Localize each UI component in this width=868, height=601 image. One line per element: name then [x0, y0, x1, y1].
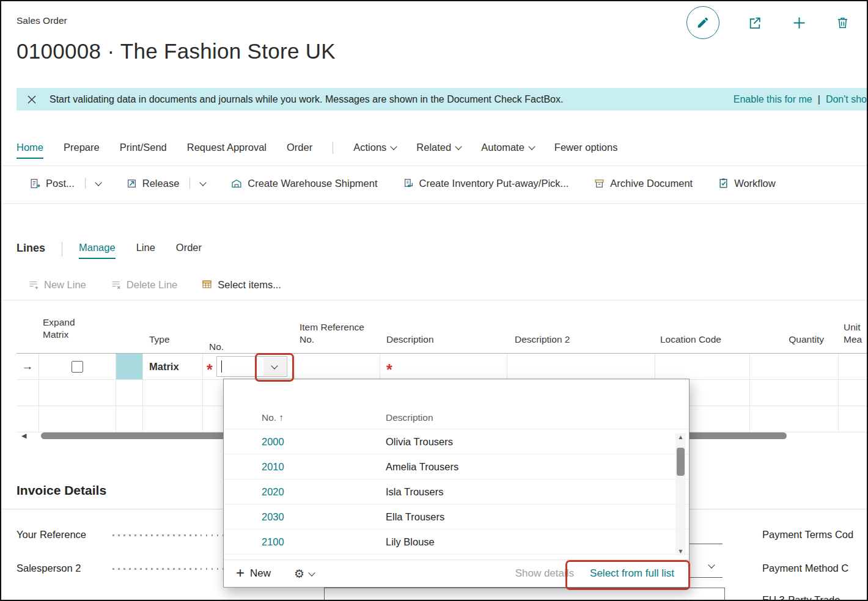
- menu-actions[interactable]: Actions: [353, 137, 396, 159]
- vertical-scrollbar-thumb[interactable]: [677, 448, 685, 476]
- page-title: 0100008 · The Fashion Store UK: [17, 39, 336, 64]
- header-type[interactable]: Type: [143, 311, 203, 353]
- divider: [1, 166, 867, 166]
- type-cell[interactable]: Matrix: [143, 354, 203, 379]
- trash-icon: [836, 15, 850, 31]
- lookup-row[interactable]: 2030Ella Trousers: [224, 504, 689, 530]
- lookup-row[interactable]: 2100Lily Blouse: [224, 530, 689, 555]
- workflow-button[interactable]: Workflow: [718, 178, 776, 189]
- header-item-reference-no[interactable]: Item Reference No.: [295, 311, 380, 353]
- lines-title: Lines: [17, 242, 45, 259]
- tab-prepare[interactable]: Prepare: [64, 137, 100, 159]
- chevron-down-icon: [455, 143, 462, 150]
- header-quantity[interactable]: Quantity: [750, 311, 839, 353]
- tab-line[interactable]: Line: [136, 242, 155, 259]
- item-no: 2020: [224, 486, 386, 498]
- lines-section-header: Lines Manage Line Order: [17, 238, 223, 259]
- lookup-row[interactable]: 2010Amelia Trousers: [224, 454, 689, 479]
- scroll-down-icon[interactable]: ▼: [675, 548, 686, 555]
- scroll-up-icon[interactable]: ▲: [675, 434, 686, 440]
- menu-divider: [333, 142, 333, 154]
- table-row: → Matrix * *: [17, 354, 868, 380]
- delete-line-button[interactable]: Delete Line: [111, 279, 177, 291]
- edit-button[interactable]: [686, 6, 719, 39]
- description-2-cell[interactable]: [507, 354, 655, 379]
- gear-icon: ⚙: [294, 567, 304, 581]
- menu-fewer-options[interactable]: Fewer options: [554, 137, 618, 159]
- select-from-full-list-link[interactable]: Select from full list: [590, 567, 674, 580]
- archive-document-button[interactable]: Archive Document: [594, 178, 693, 189]
- header-unit-of-measure[interactable]: Unit Mea: [839, 311, 868, 353]
- header-description-2[interactable]: Description 2: [507, 311, 655, 353]
- item-no: 2010: [224, 461, 386, 473]
- dismiss-link[interactable]: Don't sho: [826, 94, 867, 105]
- enable-this-link[interactable]: Enable this for me: [734, 94, 812, 105]
- header-expand-matrix[interactable]: Expand Matrix: [39, 311, 116, 353]
- item-description: Lily Blouse: [386, 536, 435, 548]
- show-details-link[interactable]: Show details: [515, 567, 574, 580]
- salesperson-2-label: Salesperson 2: [17, 563, 81, 574]
- close-icon[interactable]: [28, 95, 36, 104]
- tab-order[interactable]: Order: [287, 137, 312, 159]
- header-location-code[interactable]: Location Code: [655, 311, 750, 353]
- share-button[interactable]: [748, 15, 763, 31]
- matrix-indicator-cell: [116, 354, 143, 379]
- menu-automate[interactable]: Automate: [481, 137, 534, 159]
- item-description: Isla Trousers: [386, 486, 443, 498]
- archive-icon: [594, 178, 605, 189]
- tab-request-approval[interactable]: Request Approval: [187, 137, 267, 159]
- expand-matrix-checkbox[interactable]: [72, 361, 83, 373]
- quantity-cell[interactable]: [750, 354, 839, 379]
- lookup-row[interactable]: 2020Isla Trousers: [224, 479, 689, 504]
- item-no: 2000: [224, 436, 386, 448]
- create-warehouse-shipment-label: Create Warehouse Shipment: [248, 178, 377, 189]
- new-document-button[interactable]: [791, 15, 807, 31]
- post-button[interactable]: Post...: [30, 178, 101, 189]
- create-inventory-putaway-button[interactable]: Create Inventory Put-away/Pick...: [403, 178, 569, 189]
- header-expand-line1: Expand: [43, 316, 75, 329]
- menu-automate-label: Automate: [481, 142, 524, 153]
- item-no: 2100: [224, 536, 386, 548]
- description-cell[interactable]: *: [380, 354, 507, 379]
- select-items-label: Select items...: [218, 279, 281, 291]
- no-field-dropdown-button[interactable]: [263, 357, 286, 376]
- partially-visible-field[interactable]: [324, 588, 725, 601]
- scroll-left-icon[interactable]: ◀: [21, 432, 26, 440]
- unit-of-measure-cell[interactable]: [839, 354, 868, 379]
- release-button[interactable]: Release: [127, 178, 206, 189]
- lookup-vertical-scrollbar[interactable]: ▲ ▼: [675, 433, 686, 555]
- your-reference-label: Your Reference: [17, 529, 86, 541]
- new-line-button[interactable]: New Line: [28, 279, 86, 291]
- lookup-row[interactable]: 2000Olivia Trousers: [224, 429, 689, 454]
- divider: [1, 203, 867, 204]
- lookup-header-no[interactable]: No. ↑: [224, 412, 386, 423]
- tab-home[interactable]: Home: [17, 137, 43, 159]
- tab-manage[interactable]: Manage: [79, 242, 116, 259]
- header-expand-line2: Matrix: [43, 329, 68, 341]
- share-icon: [748, 15, 763, 31]
- item-reference-cell[interactable]: [295, 354, 380, 379]
- action-bar: Post... Release Create Warehouse Shipmen…: [30, 167, 776, 199]
- inventory-putaway-icon: [403, 178, 414, 189]
- header-quantity-label: Quantity: [789, 333, 824, 346]
- new-line-label: New Line: [44, 279, 86, 291]
- chevron-down-icon: [391, 143, 397, 150]
- header-description[interactable]: Description: [380, 311, 507, 353]
- delete-button[interactable]: [836, 15, 850, 31]
- ribbon-menu: Home Prepare Print/Send Request Approval…: [17, 137, 617, 159]
- lines-toolbar: New Line Delete Line Select items...: [28, 274, 281, 295]
- lookup-header-description[interactable]: Description: [386, 412, 689, 423]
- tab-order-lines[interactable]: Order: [176, 242, 202, 259]
- select-items-button[interactable]: Select items...: [202, 279, 281, 291]
- tab-print-send[interactable]: Print/Send: [120, 137, 167, 159]
- location-code-cell[interactable]: [655, 354, 750, 379]
- no-field-input[interactable]: [216, 356, 287, 377]
- top-action-icons: [686, 5, 850, 40]
- lookup-new-button[interactable]: + New: [236, 567, 271, 580]
- no-cell[interactable]: *: [203, 354, 295, 379]
- new-line-icon: [28, 280, 39, 290]
- header-no[interactable]: No.: [203, 311, 295, 353]
- create-warehouse-shipment-button[interactable]: Create Warehouse Shipment: [231, 178, 377, 189]
- lookup-settings-button[interactable]: ⚙: [294, 567, 314, 581]
- menu-related[interactable]: Related: [416, 137, 461, 159]
